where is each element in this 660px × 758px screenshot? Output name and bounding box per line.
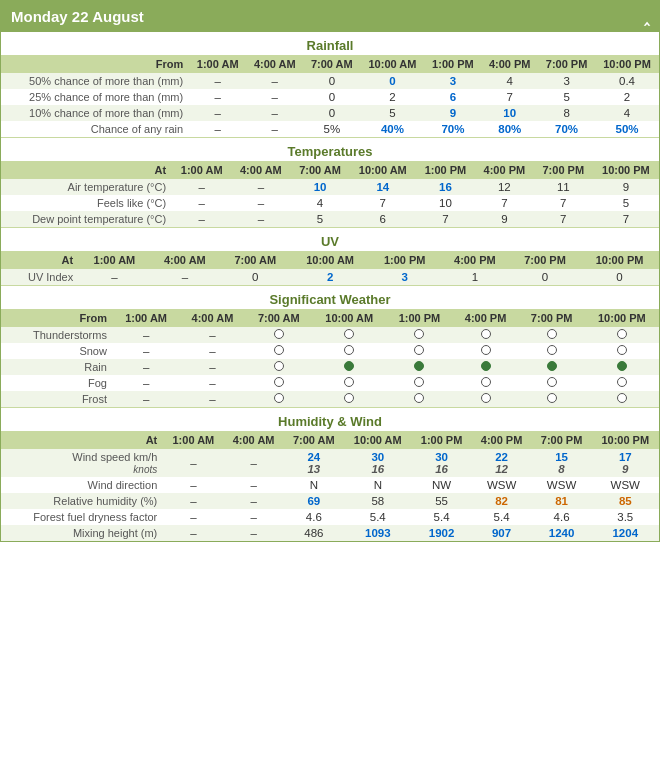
table-row: 10% chance of more than (mm)––0591084 [1,105,659,121]
cell-value: 0 [580,269,659,285]
main-container: Monday 22 August ‸ Rainfall From 1:00 AM… [0,0,660,542]
cell-value [246,327,312,343]
cell-value: 0 [303,89,360,105]
cell-value: 4.6 [532,509,592,525]
uv-section: UV At 1:00 AM 4:00 AM 7:00 AM 10:00 AM 1… [1,228,659,285]
temperatures-at-label: At [1,161,172,179]
row-label: Rain [1,359,113,375]
cell-value: – [231,211,290,227]
rainfall-time-2: 7:00 AM [303,55,360,73]
uv-title: UV [1,228,659,251]
cell-value: – [231,179,290,195]
cell-value [312,327,386,343]
cell-value: 3 [370,269,440,285]
sig-time-4: 1:00 PM [386,309,452,327]
cell-value: – [246,121,303,137]
cell-value: 10 [481,105,538,121]
cell-value: 3.5 [592,509,659,525]
significant-weather-title: Significant Weather [1,286,659,309]
cell-value: – [224,493,284,509]
cell-value: – [179,391,245,407]
collapse-icon[interactable]: ‸ [644,7,649,26]
uv-time-1: 4:00 AM [150,251,220,269]
empty-dot-icon [414,329,424,339]
day-header[interactable]: Monday 22 August ‸ [1,1,659,32]
temp-time-0: 1:00 AM [172,161,231,179]
cell-value: 3 [538,73,595,89]
cell-value [519,343,585,359]
cell-value [585,327,659,343]
cell-value: – [224,449,284,477]
significant-weather-table: From 1:00 AM 4:00 AM 7:00 AM 10:00 AM 1:… [1,309,659,407]
cell-value: – [246,89,303,105]
cell-value [312,359,386,375]
cell-value: 9 [475,211,534,227]
table-row: 25% chance of more than (mm)––026752 [1,89,659,105]
cell-value: 3016 [412,449,472,477]
row-label: Chance of any rain [1,121,189,137]
empty-dot-icon [547,393,557,403]
humidity-wind-title: Humidity & Wind [1,408,659,431]
cell-value: 4 [290,195,349,211]
cell-value: WSW [532,477,592,493]
cell-value [246,375,312,391]
empty-dot-icon [344,393,354,403]
empty-dot-icon [414,393,424,403]
cell-value: – [246,73,303,89]
row-label: Frost [1,391,113,407]
empty-dot-icon [414,345,424,355]
cell-value: WSW [592,477,659,493]
hw-time-0: 1:00 AM [163,431,223,449]
sig-weather-from-label: From [1,309,113,327]
cell-value: 82 [472,493,532,509]
full-dot-icon [481,361,491,371]
cell-value: 7 [481,89,538,105]
hw-time-2: 7:00 AM [284,431,344,449]
sig-time-6: 7:00 PM [519,309,585,327]
sig-weather-header-row: From 1:00 AM 4:00 AM 7:00 AM 10:00 AM 1:… [1,309,659,327]
uv-at-label: At [1,251,79,269]
row-label: 50% chance of more than (mm) [1,73,189,89]
cell-value: 4 [481,73,538,89]
row-label: Thunderstorms [1,327,113,343]
cell-value: 5 [538,89,595,105]
cell-value: 1204 [592,525,659,541]
rainfall-time-0: 1:00 AM [189,55,246,73]
uv-time-3: 10:00 AM [291,251,370,269]
rainfall-time-6: 7:00 PM [538,55,595,73]
row-label: Dew point temperature (°C) [1,211,172,227]
cell-value: 70% [424,121,481,137]
empty-dot-icon [617,377,627,387]
table-row: Wind speed km/hknots––241330163016221215… [1,449,659,477]
row-label: Wind speed km/hknots [1,449,163,477]
cell-value: N [344,477,412,493]
hw-time-1: 4:00 AM [224,431,284,449]
cell-value: 4 [595,105,659,121]
uv-time-2: 7:00 AM [220,251,290,269]
cell-value: 50% [595,121,659,137]
cell-value: 8 [538,105,595,121]
rainfall-time-5: 4:00 PM [481,55,538,73]
cell-value [386,359,452,375]
cell-value [519,359,585,375]
cell-value: – [172,211,231,227]
cell-value [585,359,659,375]
cell-value: 81 [532,493,592,509]
temp-time-2: 7:00 AM [290,161,349,179]
full-dot-icon [344,361,354,371]
cell-value: 0 [303,105,360,121]
cell-value [246,391,312,407]
cell-value: 158 [532,449,592,477]
cell-value [519,327,585,343]
empty-dot-icon [481,345,491,355]
rainfall-time-1: 4:00 AM [246,55,303,73]
table-row: Relative humidity (%)––695855828185 [1,493,659,509]
rainfall-table: From 1:00 AM 4:00 AM 7:00 AM 10:00 AM 1:… [1,55,659,137]
cell-value: – [179,359,245,375]
cell-value: – [163,477,223,493]
uv-time-6: 7:00 PM [510,251,580,269]
cell-value: 907 [472,525,532,541]
cell-value [453,343,519,359]
cell-value: 4.6 [284,509,344,525]
cell-value: 5.4 [412,509,472,525]
